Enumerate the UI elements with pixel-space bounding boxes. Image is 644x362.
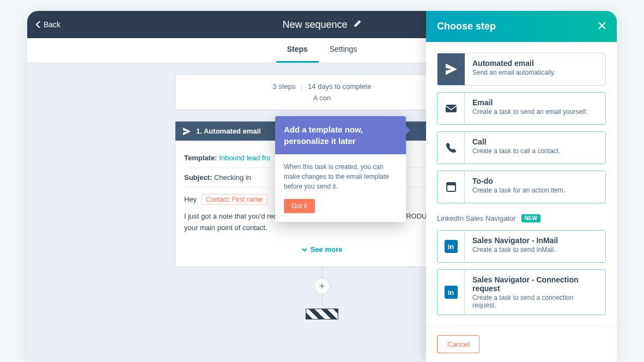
- new-badge: NEW: [521, 214, 540, 222]
- popover-title: Add a template now, personalize it later: [275, 116, 406, 154]
- send-icon: [183, 128, 191, 135]
- option-desc: Create a task to send InMail.: [472, 246, 598, 254]
- linkedin-icon: in: [445, 286, 458, 299]
- template-link[interactable]: Inbound lead fro: [219, 154, 270, 162]
- got-it-button[interactable]: Got it: [284, 199, 315, 213]
- option-title: Automated email: [472, 59, 598, 68]
- close-panel-button[interactable]: [598, 21, 606, 32]
- linkedin-section-label: LinkedIn Sales Navigator NEW: [437, 214, 606, 222]
- send-icon: [446, 64, 457, 75]
- option-desc: Create a task to send an email yourself.: [472, 108, 598, 116]
- days-to-complete: 14 days to complete: [308, 82, 371, 90]
- svg-rect-0: [446, 105, 457, 112]
- email-icon: [446, 103, 457, 114]
- step-option-todo[interactable]: To-do Create a task for an action item.: [437, 171, 606, 203]
- subject-value: Checking in: [214, 173, 251, 182]
- option-title: Email: [472, 98, 598, 107]
- step-option-automated-email[interactable]: Automated email Send an email automatica…: [437, 53, 606, 86]
- chevron-left-icon: [36, 21, 40, 28]
- tab-settings[interactable]: Settings: [319, 38, 368, 63]
- linkedin-label: LinkedIn Sales Navigator: [437, 214, 516, 222]
- back-button[interactable]: Back: [36, 20, 60, 29]
- step-title: 1. Automated email: [196, 127, 261, 135]
- step-option-inmail[interactable]: in Sales Navigator - InMail Create a tas…: [437, 230, 606, 263]
- subject-label: Subject:: [184, 173, 212, 182]
- option-desc: Create a task for an action item.: [472, 186, 598, 194]
- close-icon: [598, 22, 606, 29]
- tab-steps[interactable]: Steps: [276, 38, 319, 63]
- popover-body: When this task is created, you can make …: [275, 154, 406, 199]
- option-title: To-do: [472, 177, 598, 185]
- option-desc: Create a task to call a contact.: [472, 147, 598, 155]
- step-option-email[interactable]: Email Create a task to send an email you…: [437, 92, 606, 125]
- back-label: Back: [44, 20, 60, 29]
- svg-rect-2: [447, 183, 455, 185]
- finish-flag: [306, 309, 338, 319]
- panel-title: Choose step: [437, 21, 496, 32]
- pencil-icon: [354, 20, 362, 27]
- connector-line: [322, 294, 323, 305]
- option-title: Sales Navigator - Connection request: [472, 275, 598, 293]
- edit-title-button[interactable]: [354, 20, 362, 29]
- option-title: Sales Navigator - InMail: [472, 236, 598, 245]
- see-more-button[interactable]: See more: [184, 240, 460, 259]
- chevron-down-icon: [302, 247, 307, 252]
- option-desc: Send an email automatically.: [472, 69, 598, 76]
- connector-line: [322, 267, 323, 278]
- cancel-button[interactable]: Cancel: [437, 335, 479, 353]
- step-option-connection-request[interactable]: in Sales Navigator - Connection request …: [437, 269, 606, 315]
- template-popover: Add a template now, personalize it later…: [275, 116, 406, 222]
- page-title: New sequence: [282, 19, 347, 31]
- phone-icon: [446, 142, 457, 153]
- choose-step-panel: Choose step Automated email Send an emai…: [426, 11, 617, 362]
- step-option-call[interactable]: Call Create a task to call a contact.: [437, 131, 606, 164]
- contact-token[interactable]: Contact: First name: [201, 194, 268, 205]
- linkedin-icon: in: [445, 240, 458, 253]
- option-desc: Create a task to send a connection reque…: [472, 294, 598, 309]
- option-title: Call: [472, 137, 598, 146]
- summary-card: 3 steps | 14 days to complete A con: [175, 74, 469, 110]
- steps-count: 3 steps: [273, 82, 296, 90]
- email-greeting: Hey: [184, 195, 197, 203]
- add-step-button[interactable]: +: [314, 278, 330, 294]
- todo-icon: [446, 182, 457, 192]
- template-label: Template:: [184, 154, 217, 162]
- summary-subtitle: A con: [186, 94, 458, 102]
